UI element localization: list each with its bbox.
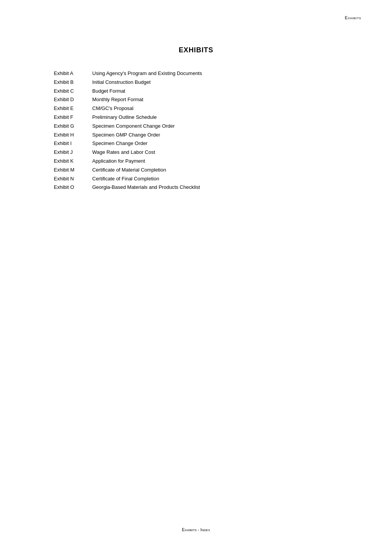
footer-text: Exhibits - Index <box>182 527 210 532</box>
exhibit-row: Exhibit AUsing Agency's Program and Exis… <box>54 70 361 78</box>
exhibit-description: Certificate of Material Completion <box>92 166 166 174</box>
exhibit-description: Budget Format <box>92 87 125 95</box>
exhibit-row: Exhibit NCertificate of Final Completion <box>54 175 361 183</box>
exhibit-row: Exhibit CBudget Format <box>54 87 361 95</box>
exhibit-row: Exhibit HSpecimen GMP Change Order <box>54 131 361 139</box>
exhibit-label: Exhibit H <box>54 131 92 139</box>
exhibit-description: Initial Construction Budget <box>92 78 151 87</box>
exhibit-description: Specimen Component Change Order <box>92 122 175 130</box>
exhibit-row: Exhibit GSpecimen Component Change Order <box>54 122 361 130</box>
page-title: EXHIBITS <box>31 46 361 54</box>
exhibit-row: Exhibit DMonthly Report Format <box>54 96 361 104</box>
exhibit-row: Exhibit BInitial Construction Budget <box>54 78 361 87</box>
exhibit-description: Specimen Change Order <box>92 140 148 148</box>
exhibit-label: Exhibit K <box>54 157 92 165</box>
exhibit-description: Using Agency's Program and Existing Docu… <box>92 70 202 78</box>
exhibit-description: Monthly Report Format <box>92 96 143 104</box>
exhibit-description: CM/GC's Proposal <box>92 105 133 113</box>
exhibit-label: Exhibit F <box>54 113 92 122</box>
exhibit-label: Exhibit G <box>54 122 92 130</box>
exhibit-label: Exhibit I <box>54 140 92 148</box>
exhibit-description: Wage Rates and Labor Cost <box>92 148 155 157</box>
exhibit-label: Exhibit N <box>54 175 92 183</box>
exhibit-description: Certificate of Final Completion <box>92 175 159 183</box>
exhibits-table: Exhibit AUsing Agency's Program and Exis… <box>54 70 361 192</box>
exhibit-description: Preliminary Outline Schedule <box>92 113 157 122</box>
header-text: Exhibits <box>345 15 361 20</box>
exhibit-row: Exhibit FPreliminary Outline Schedule <box>54 113 361 122</box>
exhibit-row: Exhibit KApplication for Payment <box>54 157 361 165</box>
exhibit-label: Exhibit E <box>54 105 92 113</box>
exhibit-description: Specimen GMP Change Order <box>92 131 160 139</box>
exhibit-label: Exhibit J <box>54 148 92 157</box>
footer: Exhibits - Index <box>0 527 392 532</box>
exhibit-row: Exhibit MCertificate of Material Complet… <box>54 166 361 174</box>
exhibit-row: Exhibit JWage Rates and Labor Cost <box>54 148 361 157</box>
exhibit-label: Exhibit C <box>54 87 92 95</box>
exhibit-label: Exhibit B <box>54 78 92 87</box>
exhibit-label: Exhibit O <box>54 183 92 192</box>
header-label: Exhibits <box>345 15 361 20</box>
exhibit-row: Exhibit ISpecimen Change Order <box>54 140 361 148</box>
exhibit-description: Georgia-Based Materials and Products Che… <box>92 183 200 192</box>
page-container: Exhibits EXHIBITS Exhibit AUsing Agency'… <box>0 0 392 555</box>
exhibit-label: Exhibit D <box>54 96 92 104</box>
exhibit-row: Exhibit OGeorgia-Based Materials and Pro… <box>54 183 361 192</box>
exhibit-description: Application for Payment <box>92 157 145 165</box>
exhibit-row: Exhibit ECM/GC's Proposal <box>54 105 361 113</box>
exhibit-label: Exhibit M <box>54 166 92 174</box>
exhibit-label: Exhibit A <box>54 70 92 78</box>
